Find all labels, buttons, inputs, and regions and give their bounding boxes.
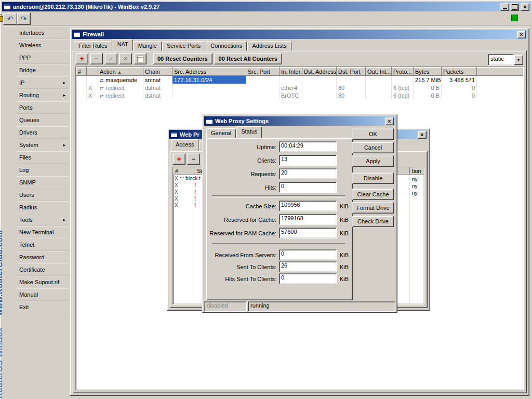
sidebar-item-telnet[interactable]: Telnet xyxy=(16,238,69,251)
reset-all-counters-button[interactable]: 00 Reset All Counters xyxy=(214,53,282,64)
col-header-number[interactable]: # xyxy=(175,168,178,174)
cell-action[interactable]: ⇄redirect xyxy=(98,91,143,99)
sidebar-item-queues[interactable]: Queues xyxy=(16,114,69,126)
sidebar-item-radius[interactable]: Radius xyxy=(16,201,69,214)
col-header-src-address[interactable]: Src. Address xyxy=(172,68,246,76)
sidebar-item-routing[interactable]: Routing▸ xyxy=(16,89,69,101)
nat-rule-row[interactable]: X ⇄redirect dstnat BrOTC 80 6 (tcp) 0 B … xyxy=(76,91,523,99)
sidebar-item-users[interactable]: Users xyxy=(16,189,69,201)
sidebar-item-password[interactable]: Password xyxy=(16,251,69,263)
col-header-src-port[interactable]: Src. Port xyxy=(246,68,280,76)
sidebar-item-ports[interactable]: Ports xyxy=(16,101,69,114)
maximize-button[interactable] xyxy=(510,3,519,11)
cell-dst-port[interactable]: 80 xyxy=(337,84,366,91)
cell-out-interface[interactable] xyxy=(366,84,392,91)
cell-packets[interactable]: 0 xyxy=(442,84,477,91)
comment-button[interactable] xyxy=(134,53,147,64)
remove-entry-button[interactable]: − xyxy=(187,153,200,165)
col-header-action[interactable]: tion xyxy=(412,168,421,174)
col-header-chain[interactable]: Chain xyxy=(143,68,172,76)
sidebar-item-bridge[interactable]: Bridge xyxy=(16,64,69,76)
cell-in-interface[interactable]: ether4 xyxy=(280,84,302,91)
minimize-button[interactable] xyxy=(500,3,509,11)
sidebar-item-log[interactable]: Log xyxy=(16,164,69,176)
cell-chain[interactable]: dstnat xyxy=(143,91,172,99)
close-button[interactable]: × xyxy=(521,3,529,11)
nat-rule-row[interactable]: X ⇄redirect dstnat ether4 80 6 (tcp) 0 B… xyxy=(76,84,523,91)
sidebar-item-files[interactable]: Files xyxy=(16,151,69,164)
sidebar-item-system[interactable]: System▸ xyxy=(16,139,69,151)
tab-filter-rules[interactable]: Filter Rules xyxy=(74,41,112,51)
cell-dst-port[interactable]: 80 xyxy=(337,91,366,99)
add-rule-button[interactable]: + xyxy=(75,53,88,64)
apply-button[interactable]: Apply xyxy=(352,155,394,167)
cell-out-interface[interactable] xyxy=(366,91,392,99)
cell-number[interactable] xyxy=(76,84,87,91)
tab-access[interactable]: Access xyxy=(171,139,198,151)
col-header-packets[interactable]: Packets xyxy=(442,68,477,76)
col-header-dst-port[interactable]: Dst. Port xyxy=(337,68,366,76)
cell-packets[interactable]: 0 xyxy=(442,91,477,99)
cell-src-port[interactable] xyxy=(246,76,280,84)
dialog-titlebar[interactable]: Web Proxy Settings × xyxy=(204,116,395,126)
cell-action[interactable]: ⇄masquerade xyxy=(98,76,143,84)
tab-mangle[interactable]: Mangle xyxy=(134,41,162,51)
sidebar-item-exit[interactable]: Exit xyxy=(16,301,69,313)
cell-dst-address[interactable] xyxy=(302,91,337,99)
cell-src-address[interactable] xyxy=(172,91,246,99)
check-drive-button[interactable]: Check Drive xyxy=(352,216,394,227)
undo-button[interactable]: ↶ xyxy=(3,12,17,25)
cell-src-port[interactable] xyxy=(246,84,280,91)
close-button[interactable]: × xyxy=(418,131,427,139)
col-header-in-interface[interactable]: In. Inter... xyxy=(280,68,302,76)
cell-src-port[interactable] xyxy=(246,91,280,99)
cell-dst-address[interactable] xyxy=(302,76,337,84)
tab-address-lists[interactable]: Address Lists xyxy=(247,41,291,51)
cell-dst-port[interactable] xyxy=(337,76,366,84)
sidebar-item-certificate[interactable]: Certificate xyxy=(16,263,69,276)
cell-in-interface[interactable]: BrOTC xyxy=(280,91,302,99)
sidebar-item-tools[interactable]: Tools▸ xyxy=(16,214,69,226)
cell-out-interface[interactable] xyxy=(366,76,392,84)
sidebar-item-interfaces[interactable]: Interfaces xyxy=(16,26,69,39)
cell-protocol[interactable]: 6 (tcp) xyxy=(392,91,414,99)
add-entry-button[interactable]: + xyxy=(172,153,185,165)
col-header-action[interactable]: Action xyxy=(98,68,143,76)
redo-button[interactable]: ↷ xyxy=(17,12,31,25)
cell-in-interface[interactable] xyxy=(280,76,302,84)
tab-nat[interactable]: NAT xyxy=(113,39,133,51)
close-button[interactable]: × xyxy=(385,117,394,125)
sidebar-item-manual[interactable]: Manual xyxy=(16,288,69,301)
tab-status[interactable]: Status xyxy=(236,126,262,138)
cell-action[interactable]: ⇄redirect xyxy=(98,84,143,91)
reset-counters-button[interactable]: 00 Reset Counters xyxy=(153,53,212,64)
cell-flag[interactable]: X xyxy=(87,84,98,91)
clear-cache-button[interactable]: Clear Cache xyxy=(352,189,394,200)
chevron-down-icon[interactable]: ▼ xyxy=(514,55,523,65)
col-header-dst-address[interactable]: Dst. Address xyxy=(302,68,337,76)
sidebar-item-drivers[interactable]: Drivers xyxy=(16,126,69,139)
cell-chain[interactable]: dstnat xyxy=(143,84,172,91)
cell-protocol[interactable] xyxy=(392,76,414,84)
cell-flag[interactable] xyxy=(87,76,98,84)
format-drive-button[interactable]: Format Drive xyxy=(352,202,394,214)
cell-bytes[interactable]: 0 B xyxy=(414,84,442,91)
app-titlebar[interactable]: anderson@200.212.73.130 (MikroTik) - Win… xyxy=(2,2,531,11)
tab-connections[interactable]: Connections xyxy=(206,41,247,51)
firewall-titlebar[interactable]: Firewall × xyxy=(72,30,527,39)
cell-number[interactable] xyxy=(76,91,87,99)
cell-bytes[interactable]: 0 B xyxy=(414,91,442,99)
enable-rule-button[interactable]: ✓ xyxy=(104,53,117,64)
cell-chain[interactable]: srcnat xyxy=(143,76,172,84)
rule-filter-dropdown[interactable]: static ▼ xyxy=(488,54,523,65)
col-header-flag[interactable] xyxy=(87,68,98,76)
close-button[interactable]: × xyxy=(517,31,526,38)
cell-dst-address[interactable] xyxy=(302,84,337,91)
cell-number[interactable] xyxy=(76,76,87,84)
tab-service-ports[interactable]: Service Ports xyxy=(162,41,205,51)
tab-general[interactable]: General xyxy=(206,128,236,138)
remove-rule-button[interactable]: − xyxy=(90,53,103,64)
cell-bytes[interactable]: 215.7 MiB xyxy=(414,76,442,84)
cell-protocol[interactable]: 6 (tcp) xyxy=(392,84,414,91)
cell-flag[interactable]: X xyxy=(87,91,98,99)
